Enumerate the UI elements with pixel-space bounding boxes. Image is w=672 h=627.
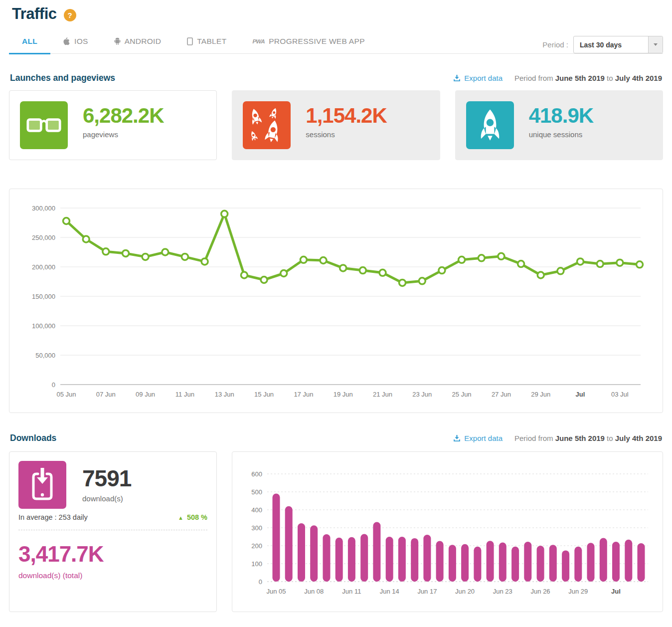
svg-text:Jun 14: Jun 14 (380, 588, 399, 595)
downloads-total-label: download(s) (total) (18, 571, 207, 580)
pageviews-label: pageviews (83, 130, 164, 139)
help-icon[interactable]: ? (64, 9, 76, 21)
svg-text:Jul: Jul (576, 391, 585, 398)
svg-text:11 Jun: 11 Jun (175, 391, 194, 398)
svg-text:Jun 20: Jun 20 (455, 588, 475, 595)
svg-text:200,000: 200,000 (32, 263, 55, 271)
downloads-content: 7591 download(s) In average : 253 daily … (9, 451, 663, 612)
svg-text:300,000: 300,000 (32, 205, 55, 212)
period-label: Period : (542, 40, 568, 49)
glasses-icon (20, 101, 68, 149)
stat-card-pageviews[interactable]: 6,282.2K pageviews (9, 90, 217, 160)
svg-text:25 Jun: 25 Jun (452, 391, 472, 398)
downloads-bar-chart: 6005004003002001000Jun 05Jun 08Jun 11Jun… (238, 460, 663, 608)
tab-android-label: ANDROID (125, 37, 162, 46)
svg-text:100: 100 (251, 560, 262, 568)
svg-text:07 Jun: 07 Jun (96, 391, 116, 398)
stat-card-unique-sessions[interactable]: 418.9K unique sessions (455, 90, 663, 160)
pageviews-value: 6,282.2K (83, 105, 164, 126)
period-dropdown[interactable]: Last 30 days (573, 36, 663, 53)
svg-text:600: 600 (251, 470, 262, 478)
downloads-unit: download(s) (82, 494, 131, 503)
svg-text:Jun 23: Jun 23 (493, 588, 512, 595)
stat-cards: 6,282.2K pageviews 1,154.2K sessions (9, 90, 663, 160)
svg-text:0: 0 (259, 578, 262, 586)
downloads-value: 7591 (82, 467, 131, 490)
svg-text:23 Jun: 23 Jun (412, 391, 432, 398)
tab-pwa[interactable]: PWA PROGRESSIVE WEB APP (239, 31, 377, 53)
download-icon (453, 74, 461, 82)
svg-text:29 Jun: 29 Jun (531, 391, 550, 398)
svg-text:300: 300 (251, 524, 262, 532)
rockets-icon (243, 101, 291, 149)
downloads-average: In average : 253 daily (18, 513, 88, 521)
download-icon (453, 434, 461, 442)
tablet-icon (187, 37, 193, 45)
divider (18, 530, 207, 530)
downloads-trend: ▲ 508 % (178, 513, 207, 521)
launches-line-chart-card: 300,000250,000200,000150,000100,00050,00… (9, 189, 663, 413)
unique-sessions-value: 418.9K (529, 105, 593, 126)
tab-all[interactable]: ALL (9, 31, 50, 53)
tab-all-label: ALL (22, 37, 37, 46)
svg-text:27 Jun: 27 Jun (492, 391, 511, 398)
trend-up-icon: ▲ (178, 515, 183, 521)
svg-text:15 Jun: 15 Jun (254, 391, 274, 398)
svg-text:09 Jun: 09 Jun (136, 391, 155, 398)
downloads-section-title: Downloads (10, 433, 56, 443)
sessions-value: 1,154.2K (306, 105, 386, 126)
svg-text:150,000: 150,000 (32, 293, 55, 300)
downloads-summary-card: 7591 download(s) In average : 253 daily … (9, 451, 217, 612)
rocket-icon (466, 101, 514, 149)
downloads-section-header: Downloads Export data Period from June 5… (9, 433, 663, 443)
tab-tablet-label: TABLET (197, 37, 226, 46)
sessions-label: sessions (306, 130, 386, 139)
launches-section-title: Launches and pageviews (10, 73, 115, 83)
unique-sessions-label: unique sessions (529, 130, 593, 139)
phone-download-icon (18, 461, 66, 509)
downloads-total-value: 3,417.7K (18, 543, 207, 565)
svg-text:Jun 29: Jun 29 (568, 588, 588, 595)
launches-period-text: Period from June 5th 2019 to July 4th 20… (514, 74, 662, 82)
svg-text:17 Jun: 17 Jun (294, 391, 313, 398)
svg-text:200: 200 (251, 542, 262, 550)
pwa-icon: PWA (252, 38, 265, 44)
tab-tablet[interactable]: TABLET (174, 31, 239, 53)
launches-export-button[interactable]: Export data (453, 74, 503, 82)
svg-text:Jun 17: Jun 17 (417, 588, 437, 595)
downloads-bar-chart-card: 6005004003002001000Jun 05Jun 08Jun 11Jun… (232, 451, 663, 612)
stat-card-sessions[interactable]: 1,154.2K sessions (232, 90, 440, 160)
svg-text:Jul: Jul (611, 588, 621, 595)
svg-text:500: 500 (251, 488, 262, 496)
period-dropdown-value: Last 30 days (574, 41, 648, 49)
svg-text:0: 0 (52, 381, 55, 389)
svg-text:19 Jun: 19 Jun (334, 391, 353, 398)
chevron-down-icon[interactable] (648, 36, 663, 53)
svg-text:Jun 11: Jun 11 (342, 588, 361, 595)
svg-text:250,000: 250,000 (32, 234, 55, 241)
svg-text:Jun 26: Jun 26 (531, 588, 550, 595)
svg-text:Jun 05: Jun 05 (266, 588, 286, 595)
svg-text:50,000: 50,000 (35, 352, 55, 359)
svg-text:100,000: 100,000 (32, 322, 55, 330)
page-header: Traffic ? (12, 5, 663, 23)
svg-text:Jun 08: Jun 08 (304, 588, 324, 595)
svg-text:05 Jun: 05 Jun (56, 391, 76, 398)
apple-icon (63, 37, 70, 46)
period-selector: Period : Last 30 days (542, 36, 663, 53)
page-title: Traffic (12, 5, 57, 23)
launches-section-header: Launches and pageviews Export data Perio… (9, 73, 663, 83)
svg-text:21 Jun: 21 Jun (373, 391, 392, 398)
tab-android[interactable]: ANDROID (101, 31, 174, 53)
svg-text:13 Jun: 13 Jun (215, 391, 234, 398)
tab-pwa-label: PROGRESSIVE WEB APP (269, 37, 365, 46)
launches-line-chart: 300,000250,000200,000150,000100,00050,00… (16, 192, 663, 413)
svg-text:400: 400 (251, 506, 262, 514)
tab-ios[interactable]: IOS (50, 31, 101, 53)
downloads-period-text: Period from June 5th 2019 to July 4th 20… (514, 434, 662, 442)
android-icon (114, 37, 121, 45)
downloads-export-label: Export data (464, 434, 503, 442)
launches-export-label: Export data (464, 74, 503, 82)
downloads-export-button[interactable]: Export data (453, 434, 503, 442)
svg-text:03 Jul: 03 Jul (611, 391, 629, 398)
